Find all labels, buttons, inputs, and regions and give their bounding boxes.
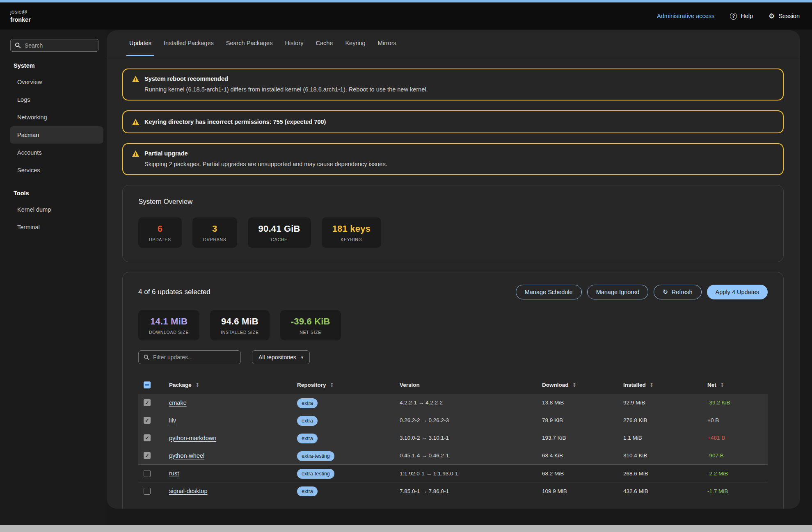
package-link[interactable]: rust	[169, 470, 179, 477]
alert-reboot-recommended: System reboot recommended Running kernel…	[122, 68, 784, 100]
manage-schedule-button[interactable]: Manage Schedule	[516, 285, 582, 299]
stat-value: 181 keys	[332, 224, 371, 234]
tab-mirrors[interactable]: Mirrors	[372, 30, 403, 56]
table-row[interactable]: signal-desktop extra 7.85.0-1 → 7.86.0-1…	[138, 482, 768, 500]
sidebar-group-system: System	[0, 52, 107, 73]
table-row[interactable]: ✓ lilv extra 0.26.2-2 → 0.26.2-3 78.9 Ki…	[138, 411, 768, 429]
masthead-username: josie@	[10, 8, 31, 16]
row-checkbox[interactable]: ✓	[144, 434, 151, 441]
sidebar-search-input[interactable]: Search	[10, 39, 98, 52]
installed-size: 1.1 MiB	[623, 435, 707, 441]
alert-partial-upgrade: Partial upgrade Skipping 2 packages. Par…	[122, 143, 784, 175]
table-row[interactable]: rust extra-testing 1:1.92.0-1 → 1:1.93.0…	[138, 464, 768, 482]
tab-search-packages[interactable]: Search Packages	[220, 30, 279, 56]
stat-label: DOWNLOAD SIZE	[149, 330, 189, 335]
refresh-icon: ↻	[663, 288, 668, 296]
table-row[interactable]: ✓ python-wheel extra-testing 0.45.1-4 → …	[138, 447, 768, 464]
download-size: 109.9 MiB	[542, 488, 623, 494]
session-menu[interactable]: ⚙ Session	[769, 13, 800, 20]
tab-label: Cache	[316, 40, 333, 46]
package-link[interactable]: lilv	[169, 417, 176, 424]
alert-keyring-permissions: Keyring directory has incorrect permissi…	[122, 110, 784, 133]
row-checkbox[interactable]: ✓	[144, 417, 151, 424]
row-checkbox[interactable]	[144, 488, 151, 495]
help-menu[interactable]: ? Help	[730, 13, 753, 20]
stat-net-size: -39.6 KiB NET SIZE	[280, 310, 341, 340]
repo-badge: extra-testing	[297, 469, 334, 479]
installed-size: 92.9 MiB	[623, 400, 707, 406]
repository-filter-select[interactable]: All repositories ▾	[252, 350, 310, 364]
filter-updates-input[interactable]: Filter updates...	[138, 350, 241, 364]
manage-ignored-button[interactable]: Manage Ignored	[587, 285, 649, 299]
sidebar-item-kernel-dump[interactable]: Kernel dump	[10, 201, 103, 218]
button-label: Manage Ignored	[596, 289, 640, 295]
sort-icon[interactable]: ↕	[330, 382, 334, 388]
stat-value: 90.41 GiB	[258, 224, 300, 234]
warning-icon	[132, 119, 139, 125]
sidebar-item-pacman[interactable]: Pacman	[10, 126, 103, 144]
table-row[interactable]: ✓ cmake extra 4.2.2-1 → 4.2.2-2 13.8 MiB…	[138, 394, 768, 411]
package-link[interactable]: cmake	[169, 400, 187, 406]
repository-filter-value: All repositories	[258, 354, 296, 361]
stat-value: 94.6 MiB	[221, 316, 258, 327]
masthead-hostname: fronker	[10, 16, 31, 24]
tab-updates[interactable]: Updates	[123, 30, 158, 56]
help-label: Help	[741, 13, 753, 19]
row-checkbox[interactable]: ✓	[144, 452, 151, 459]
warning-icon	[132, 76, 139, 82]
stat-label: INSTALLED SIZE	[221, 330, 258, 335]
installed-size: 268.6 MiB	[623, 470, 707, 477]
button-label: Refresh	[672, 289, 693, 295]
sort-icon[interactable]: ↕	[720, 382, 725, 388]
tab-installed-packages[interactable]: Installed Packages	[158, 30, 220, 56]
sort-icon[interactable]: ↕	[650, 382, 654, 388]
refresh-button[interactable]: ↻ Refresh	[654, 285, 701, 299]
download-size: 13.8 MiB	[542, 400, 623, 406]
sidebar-group-tools: Tools	[0, 179, 107, 201]
stat-label: NET SIZE	[291, 330, 330, 335]
stat-label: KEYRING	[332, 237, 371, 242]
alert-description: Skipping 2 packages. Partial upgrades ar…	[144, 161, 774, 167]
column-header-installed: Installed	[623, 382, 646, 388]
alert-title: Partial upgrade	[144, 150, 188, 157]
net-size: -2.2 MiB	[707, 470, 768, 477]
package-link[interactable]: python-wheel	[169, 452, 204, 459]
package-link[interactable]: python-markdown	[169, 435, 216, 441]
administrative-access-link[interactable]: Administrative access	[657, 13, 714, 19]
stat-installed-size: 94.6 MiB INSTALLED SIZE	[210, 310, 269, 340]
sidebar-item-accounts[interactable]: Accounts	[10, 144, 103, 161]
sidebar-item-terminal[interactable]: Terminal	[10, 219, 103, 236]
sort-icon[interactable]: ↕	[572, 382, 577, 388]
stat-value: -39.6 KiB	[291, 316, 330, 327]
net-size: -39.2 KiB	[707, 400, 768, 406]
sidebar-search-placeholder: Search	[25, 42, 43, 49]
column-header-package: Package	[169, 382, 192, 388]
filter-placeholder: Filter updates...	[153, 354, 193, 361]
updates-title: 4 of 6 updates selected	[138, 288, 210, 296]
tab-label: History	[285, 40, 303, 46]
host-block: josie@ fronker	[10, 8, 31, 25]
row-checkbox[interactable]	[144, 470, 151, 477]
sort-icon[interactable]: ↕	[195, 382, 200, 388]
download-size: 78.9 KiB	[542, 417, 623, 423]
net-size: +481 B	[707, 435, 768, 441]
tab-keyring[interactable]: Keyring	[339, 30, 371, 56]
select-all-checkbox[interactable]	[144, 381, 151, 388]
package-link[interactable]: signal-desktop	[169, 488, 208, 494]
button-label: Apply 4 Updates	[716, 289, 759, 295]
sidebar-item-networking[interactable]: Networking	[10, 109, 103, 126]
system-overview-card: System Overview 6 UPDATES 3 ORPHANS 90.4…	[122, 185, 784, 262]
repo-badge: extra	[297, 416, 318, 426]
sidebar-item-overview[interactable]: Overview	[10, 73, 103, 91]
pacman-panel: Updates Installed Packages Search Packag…	[107, 30, 800, 509]
tab-history[interactable]: History	[279, 30, 309, 56]
download-size: 68.2 MiB	[542, 470, 623, 477]
table-row[interactable]: ✓ python-markdown extra 3.10.0-2 → 3.10.…	[138, 429, 768, 447]
row-checkbox[interactable]: ✓	[144, 399, 151, 406]
apply-updates-button[interactable]: Apply 4 Updates	[707, 285, 768, 299]
sidebar-item-services[interactable]: Services	[10, 162, 103, 179]
tabs-bar: Updates Installed Packages Search Packag…	[107, 30, 800, 56]
installed-size: 310.4 KiB	[623, 452, 707, 459]
sidebar-item-logs[interactable]: Logs	[10, 91, 103, 108]
tab-cache[interactable]: Cache	[310, 30, 339, 56]
